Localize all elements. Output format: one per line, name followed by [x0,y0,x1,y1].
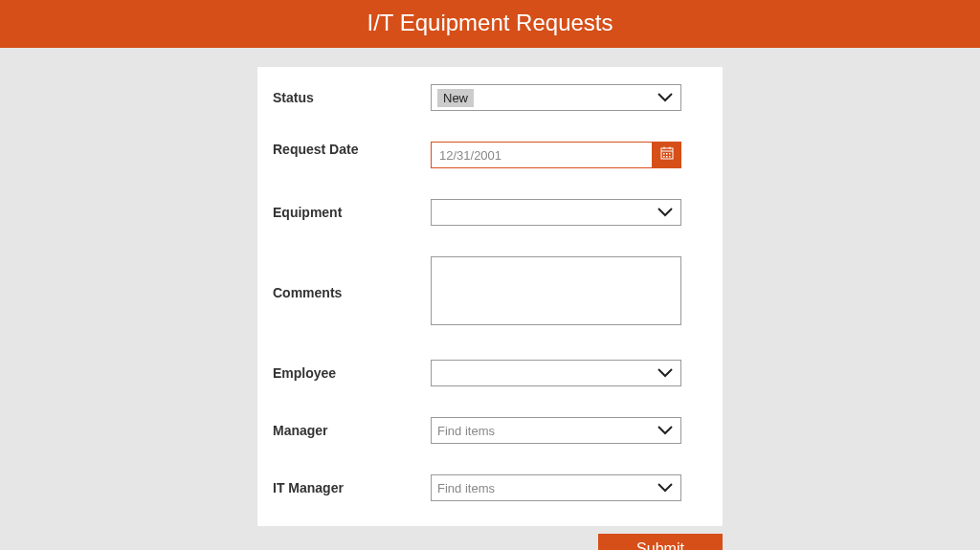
svg-rect-4 [663,153,665,155]
status-value: New [437,89,474,107]
chevron-down-icon [657,368,673,378]
comments-row: Comments [273,256,707,329]
request-date-row: Request Date 12/31/2001 [273,142,707,168]
calendar-icon [659,145,675,165]
manager-row: Manager Find items [273,417,707,444]
chevron-down-icon [657,426,673,435]
calendar-button[interactable] [653,142,681,168]
chevron-down-icon [657,93,673,102]
manager-select[interactable]: Find items [431,417,681,444]
request-form: Status New Request Date 12/31/2001 [257,67,723,526]
chevron-down-icon [657,208,673,217]
request-date-placeholder: 12/31/2001 [439,148,501,163]
equipment-select[interactable] [431,199,681,226]
equipment-row: Equipment [273,199,707,226]
comments-textarea[interactable] [431,256,681,325]
employee-select[interactable] [431,360,681,386]
equipment-label: Equipment [273,205,431,220]
status-select[interactable]: New [431,84,681,111]
svg-rect-9 [669,156,671,158]
status-label: Status [273,90,431,105]
request-date-input[interactable]: 12/31/2001 [431,142,653,168]
submit-button[interactable]: Submit [598,534,723,550]
svg-rect-5 [666,153,668,155]
it-manager-placeholder: Find items [437,481,495,495]
manager-label: Manager [273,423,431,438]
it-manager-label: IT Manager [273,480,431,495]
submit-row: Submit [257,534,723,550]
request-date-label: Request Date [273,142,431,168]
manager-placeholder: Find items [437,424,495,438]
comments-label: Comments [273,285,431,300]
svg-rect-7 [663,156,665,158]
employee-row: Employee [273,360,707,386]
chevron-down-icon [657,483,673,493]
svg-rect-6 [669,153,671,155]
status-row: Status New [273,84,707,111]
it-manager-select[interactable]: Find items [431,474,681,501]
employee-label: Employee [273,365,431,381]
svg-rect-8 [666,156,668,158]
page-title: I/T Equipment Requests [0,0,980,48]
it-manager-row: IT Manager Find items [273,474,707,501]
